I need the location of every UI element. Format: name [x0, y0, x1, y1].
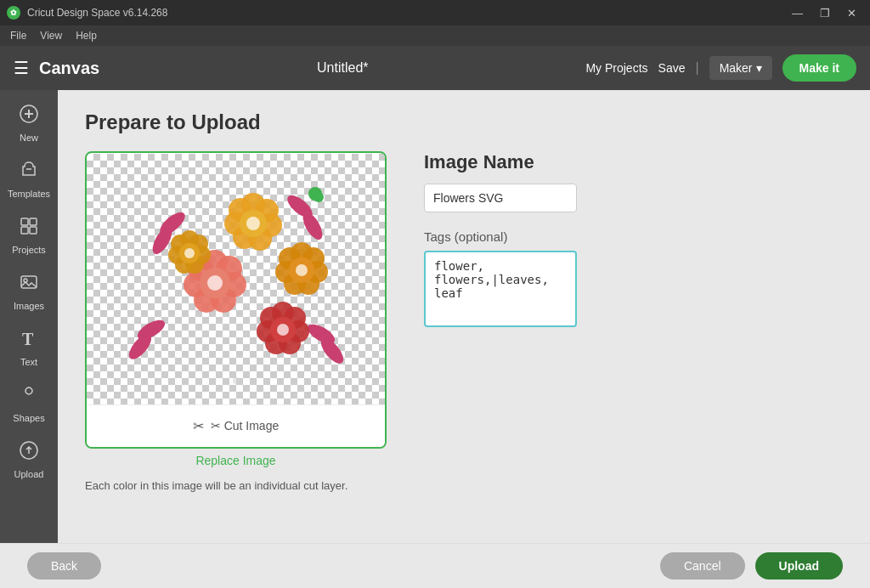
menu-help[interactable]: Help [76, 30, 97, 42]
main-content: Prepare to Upload [58, 90, 870, 543]
window-controls[interactable]: — ❐ ✕ [785, 5, 863, 21]
sidebar-new-label: New [20, 133, 38, 143]
nav-divider: | [695, 60, 698, 76]
sidebar-item-upload[interactable]: Upload [3, 433, 54, 486]
tags-label: Tags (optional) [424, 229, 826, 244]
tags-section: Tags (optional) flower, flowers,|leaves,… [424, 229, 826, 331]
canvas-label: Canvas [39, 59, 99, 78]
image-name-label: Image Name [424, 151, 826, 173]
cancel-button[interactable]: Cancel [660, 552, 745, 580]
projects-icon [19, 216, 39, 241]
minimize-button[interactable]: — [785, 5, 810, 21]
upload-icon [19, 440, 39, 466]
close-button[interactable]: ✕ [840, 5, 863, 21]
back-button[interactable]: Back [27, 552, 101, 580]
flowers-svg [105, 160, 368, 398]
cut-image-bar[interactable]: ✂ ✂ Cut Image [87, 404, 385, 447]
svg-point-37 [296, 264, 308, 276]
document-title: Untitled* [317, 60, 368, 76]
sidebar-item-projects[interactable]: Projects [3, 209, 54, 262]
sidebar-projects-label: Projects [12, 245, 46, 255]
svg-rect-6 [21, 227, 28, 234]
image-name-section: Image Name [424, 151, 826, 212]
title-bar: ✿ Cricut Design Space v6.14.268 — ❐ ✕ [0, 0, 870, 25]
menu-view[interactable]: View [40, 30, 62, 42]
top-nav: ☰ Canvas Untitled* My Projects Save | Ma… [0, 46, 870, 90]
plus-icon [19, 104, 39, 129]
svg-point-55 [277, 324, 289, 336]
bottom-bar: Back Cancel Upload [0, 543, 870, 588]
hamburger-menu[interactable]: ☰ [14, 58, 29, 78]
svg-point-66 [314, 192, 324, 202]
maker-label: Maker [720, 61, 753, 75]
upload-button[interactable]: Upload [755, 552, 843, 580]
templates-icon [19, 160, 39, 185]
sidebar-item-shapes[interactable]: Shapes [3, 377, 54, 430]
text-icon: T [19, 328, 39, 353]
svg-point-46 [207, 275, 223, 291]
maker-dropdown[interactable]: Maker ▾ [709, 56, 772, 80]
svg-rect-7 [30, 227, 37, 234]
bottom-right-actions: Cancel Upload [660, 552, 843, 580]
shapes-icon [19, 384, 39, 410]
page-title: Prepare to Upload [85, 110, 843, 134]
sidebar-templates-label: Templates [8, 189, 50, 199]
image-name-input[interactable] [424, 184, 577, 212]
upload-area: ✂ ✂ Cut Image Replace Image Each color i… [85, 151, 843, 495]
sidebar-item-new[interactable]: New [3, 97, 54, 150]
svg-rect-4 [21, 218, 28, 225]
app-body: New Templates Projects [0, 90, 870, 543]
sidebar-images-label: Images [14, 301, 44, 311]
images-icon [19, 272, 39, 297]
image-description: Each color in this image will be an indi… [85, 478, 347, 495]
top-nav-right: My Projects Save | Maker ▾ Make it [585, 54, 856, 82]
sidebar-upload-label: Upload [14, 469, 44, 479]
scissors-icon: ✂ [193, 418, 204, 434]
checkerboard-bg [87, 154, 385, 404]
sidebar-shapes-label: Shapes [13, 413, 44, 423]
svg-point-64 [184, 248, 195, 258]
svg-point-67 [233, 377, 240, 384]
sidebar-item-images[interactable]: Images [3, 265, 54, 318]
sidebar-item-text[interactable]: T Text [3, 321, 54, 374]
my-projects-link[interactable]: My Projects [585, 61, 647, 75]
svg-point-28 [246, 217, 260, 230]
app-logo: ✿ [7, 6, 20, 20]
save-link[interactable]: Save [658, 61, 686, 75]
app-title: Cricut Design Space v6.14.268 [27, 7, 167, 19]
menu-bar: File View Help [0, 25, 870, 46]
maximize-button[interactable]: ❐ [813, 5, 837, 21]
svg-text:T: T [22, 330, 34, 348]
sidebar: New Templates Projects [0, 90, 58, 543]
sidebar-item-templates[interactable]: Templates [3, 153, 54, 206]
make-it-button[interactable]: Make it [782, 54, 856, 82]
sidebar-text-label: Text [20, 357, 37, 367]
chevron-down-icon: ▾ [756, 61, 762, 75]
image-preview-container[interactable]: ✂ ✂ Cut Image [85, 151, 387, 449]
cut-image-label: ✂ Cut Image [211, 419, 279, 433]
top-nav-left: ☰ Canvas [14, 58, 99, 78]
replace-image-link[interactable]: Replace Image [195, 454, 275, 467]
svg-rect-5 [30, 218, 37, 225]
tags-input[interactable]: flower, flowers,|leaves, leaf [424, 251, 577, 327]
menu-file[interactable]: File [10, 30, 26, 42]
